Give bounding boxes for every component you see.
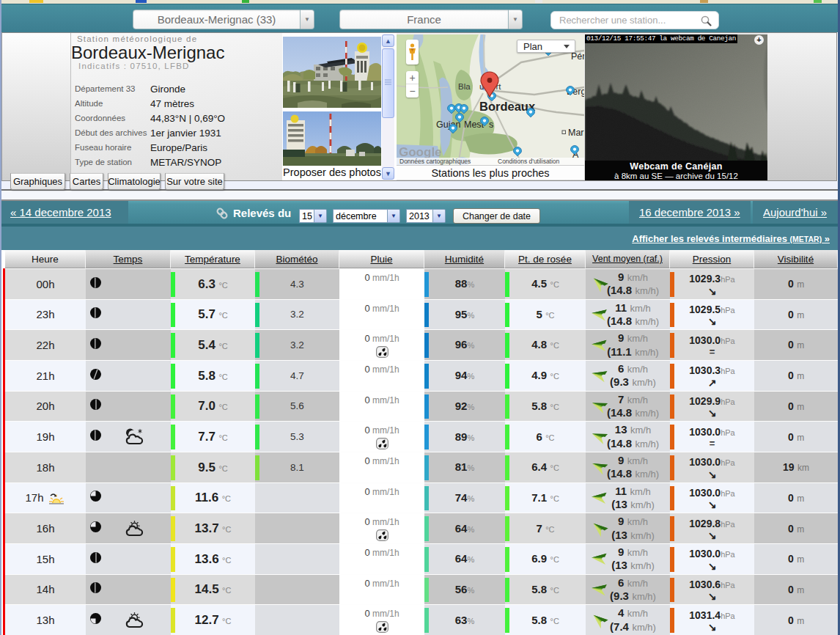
- svg-text:Péri: Péri: [571, 51, 584, 62]
- svg-text:Marmar: Marmar: [568, 128, 584, 138]
- svg-text:s: s: [489, 120, 493, 130]
- svg-text:Données cartographiques: Données cartographiques: [399, 158, 471, 165]
- svg-text:Bla: Bla: [458, 82, 471, 91]
- svg-text:Conditions d'utilisation: Conditions d'utilisation: [498, 158, 560, 165]
